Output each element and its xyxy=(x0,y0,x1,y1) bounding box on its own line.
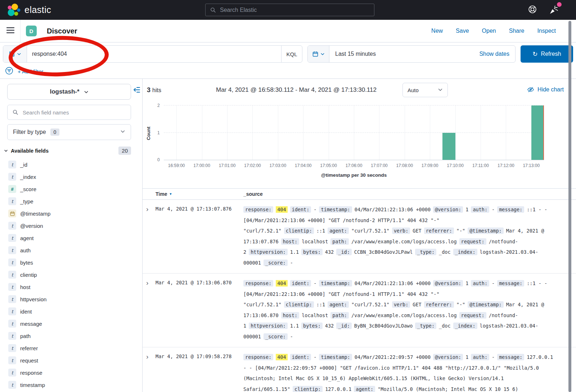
x-tick-label: 17:01:00 xyxy=(219,163,236,168)
add-filter-button[interactable]: + Add filter xyxy=(18,68,43,75)
gridline xyxy=(354,105,354,160)
chart-bar-17:13:00[interactable] xyxy=(531,105,544,160)
index-pattern-select[interactable]: logstash-* xyxy=(7,84,131,100)
filter-menu-icon[interactable] xyxy=(5,67,13,76)
inspect-button[interactable]: Inspect xyxy=(537,28,556,34)
available-fields-header[interactable]: Available fields 20 xyxy=(4,147,131,155)
share-button[interactable]: Share xyxy=(509,28,525,34)
field-item-response[interactable]: tresponse xyxy=(0,366,142,379)
field-name: _score xyxy=(20,186,36,192)
source-value: 432 xyxy=(325,249,334,255)
global-header: elastic Search Elastic xyxy=(0,0,576,20)
saved-query-menu-button[interactable] xyxy=(3,46,27,62)
source-field-key: host: xyxy=(281,238,300,245)
newsfeed-icon[interactable] xyxy=(549,5,559,15)
field-item-path[interactable]: tpath xyxy=(0,330,142,342)
gridline xyxy=(405,105,405,160)
gridline xyxy=(202,105,202,160)
field-item-@version[interactable]: t@version xyxy=(0,220,142,232)
source-value: 1 xyxy=(465,280,468,286)
global-search-input[interactable]: Search Elastic xyxy=(205,4,374,16)
field-item-auth[interactable]: tauth xyxy=(0,244,142,256)
source-field-key: host: xyxy=(281,312,300,319)
table-row: ›Mar 4, 2021 @ 17:13:06.870response:404i… xyxy=(143,274,576,347)
source-value: _doc xyxy=(439,323,451,329)
field-item-request[interactable]: trequest xyxy=(0,354,142,366)
source-value: - xyxy=(290,260,293,266)
field-item-_score[interactable]: #_score xyxy=(0,183,142,195)
source-field-key: message: xyxy=(497,354,524,360)
new-button[interactable]: New xyxy=(431,28,443,34)
doc-rows: ›Mar 4, 2021 @ 17:13:07.876response:404i… xyxy=(143,200,576,392)
filter-by-type-select[interactable]: Filter by type 0 xyxy=(7,124,131,140)
x-tick-label: 17:06:00 xyxy=(346,163,363,168)
expand-row-icon[interactable]: › xyxy=(145,278,156,342)
chevron-down-icon xyxy=(438,87,443,93)
field-item-httpversion[interactable]: thttpversion xyxy=(0,293,142,305)
show-dates-button[interactable]: Show dates xyxy=(479,46,515,62)
field-item-_index[interactable]: t_index xyxy=(0,171,142,183)
hide-chart-button[interactable]: Hide chart xyxy=(527,86,564,93)
expand-row-icon[interactable]: › xyxy=(145,204,156,268)
source-field-key: referrer: xyxy=(424,301,454,308)
field-item-@timestamp[interactable]: @timestamp xyxy=(0,207,142,220)
gridline xyxy=(481,105,481,160)
source-field-key: httpversion: xyxy=(249,249,288,255)
quick-select-time-button[interactable] xyxy=(308,46,329,62)
source-field-key: ident: xyxy=(290,354,311,360)
expand-row-icon[interactable]: › xyxy=(145,352,156,392)
source-field-key: timestamp: xyxy=(319,206,352,213)
source-field-key: bytes: xyxy=(301,323,323,329)
chevron-down-icon xyxy=(4,149,8,153)
collapse-sidebar-icon[interactable] xyxy=(133,87,140,94)
field-name: _index xyxy=(20,174,36,180)
refresh-icon: ↻ xyxy=(532,50,537,58)
field-item-host[interactable]: thost xyxy=(0,281,142,293)
chart-bar-17:09:30[interactable] xyxy=(442,133,455,160)
field-item-timestamp[interactable]: ttimestamp xyxy=(0,379,142,391)
chevron-down-icon xyxy=(320,52,325,56)
source-field-key: response: xyxy=(243,354,273,360)
discover-app-badge[interactable]: D xyxy=(26,26,37,36)
gridline xyxy=(430,105,430,160)
interval-select[interactable]: Auto xyxy=(402,83,448,97)
menu-hamburger-icon[interactable] xyxy=(6,27,14,35)
scrollbar[interactable] xyxy=(568,21,571,392)
field-type-number-icon: # xyxy=(8,185,16,193)
time-range-value[interactable]: Last 15 minutes xyxy=(329,46,479,62)
field-name: path xyxy=(20,333,31,339)
search-icon xyxy=(210,7,216,13)
query-input[interactable]: response:404 xyxy=(27,46,281,62)
source-value: 1 xyxy=(465,354,468,360)
source-field-key: auth: xyxy=(471,280,489,287)
field-item-agent[interactable]: tagent xyxy=(0,232,142,244)
elastic-logo[interactable]: elastic xyxy=(6,3,51,17)
gridline xyxy=(164,132,544,133)
refresh-button[interactable]: ↻ Refresh xyxy=(521,45,573,63)
source-field-key: agent: xyxy=(354,386,375,392)
field-item-_id[interactable]: t_id xyxy=(0,158,142,171)
field-type-t-icon: t xyxy=(8,197,16,205)
save-button[interactable]: Save xyxy=(456,28,469,34)
source-value: /var/www/example.com/logs/access.log xyxy=(351,239,457,244)
source-field-key: _id: xyxy=(336,249,352,255)
column-header-time[interactable]: Time ▼ xyxy=(156,191,243,197)
field-item-bytes[interactable]: tbytes xyxy=(0,256,142,269)
y-axis-label: Count xyxy=(146,116,151,152)
brand-name: elastic xyxy=(24,5,51,15)
x-tick-label: 17:00:00 xyxy=(193,163,210,168)
open-button[interactable]: Open xyxy=(482,28,496,34)
kql-language-button[interactable]: KQL xyxy=(281,46,302,62)
x-tick-label: 17:02:00 xyxy=(244,163,261,168)
gridline xyxy=(455,105,456,160)
field-item-clientip[interactable]: tclientip xyxy=(0,269,142,281)
eye-slash-icon xyxy=(527,86,534,93)
field-type-t-icon: t xyxy=(8,295,16,303)
field-search-input[interactable]: Search field names xyxy=(7,105,131,120)
filter-bar: + Add filter xyxy=(3,66,573,76)
field-item-_type[interactable]: t_type xyxy=(0,195,142,207)
field-item-ident[interactable]: tident xyxy=(0,305,142,317)
field-item-referrer[interactable]: treferrer xyxy=(0,342,142,354)
field-item-message[interactable]: tmessage xyxy=(0,317,142,330)
help-icon[interactable] xyxy=(528,5,537,15)
